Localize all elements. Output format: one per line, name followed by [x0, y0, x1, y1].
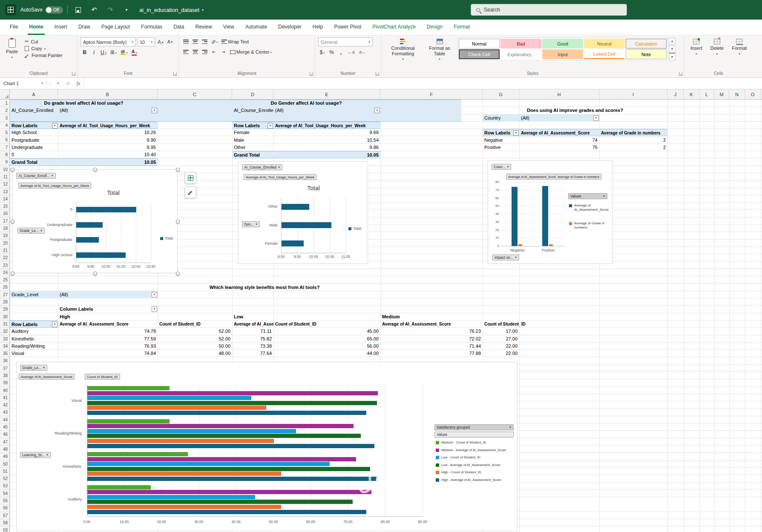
chart-axis-field-button[interactable]: Grade_Le...▼ [17, 228, 45, 234]
ribbon-tab-automate[interactable]: Automate [240, 20, 273, 35]
pivot-learning-value[interactable]: 76.93 [58, 343, 158, 350]
row-header-12[interactable]: 12 [0, 180, 9, 188]
accounting-format-button[interactable]: $▾ [318, 48, 326, 57]
row-header-10[interactable]: 10 [0, 166, 9, 173]
row-header-7[interactable]: 7 [0, 144, 9, 151]
filter-grade-level-label[interactable]: Grade_Level [10, 291, 58, 298]
legend-field-button[interactable]: Satisfactory grouped▼ [434, 424, 514, 430]
pivot-grade-row-value[interactable]: 9.95 [58, 144, 158, 151]
row-header-26[interactable]: 26 [0, 283, 9, 291]
cell-style-note[interactable]: Note [626, 49, 667, 59]
selection-handle[interactable] [11, 168, 14, 172]
pivot-grade-rowlabels[interactable]: Row Labels▼ [10, 122, 58, 129]
selection-handle[interactable] [176, 168, 180, 172]
filter-ai-course-2-value[interactable]: (All)▼ [273, 107, 380, 114]
row-header-27[interactable]: 27 [0, 291, 9, 298]
decrease-indent-button[interactable]: ⇤ [210, 48, 218, 56]
column-header-K[interactable]: K [684, 89, 699, 99]
legend-values-header[interactable]: Values [434, 432, 514, 438]
filter-ai-course-2-label[interactable]: AI_Course_Enrolled [232, 107, 273, 114]
pivot-impact-row-label[interactable]: Positive [483, 144, 519, 151]
column-header-L[interactable]: L [699, 89, 714, 99]
pivot-learning-subheader[interactable]: Count of Student_ID [483, 320, 546, 328]
row-header-52[interactable]: 52 [0, 475, 9, 482]
row-header-11[interactable]: 11 [0, 173, 9, 180]
column-header-A[interactable]: A [10, 89, 58, 99]
font-color-button[interactable]: A▾ [130, 48, 138, 57]
chart-grade-usage[interactable]: AI_Course_Enroll...▼Average of AI_Tool_U… [12, 169, 178, 273]
align-left-button[interactable] [182, 48, 190, 56]
row-header-39[interactable]: 39 [0, 379, 9, 386]
row-header-58[interactable]: 58 [0, 519, 9, 526]
insert-function-button[interactable]: fx [73, 78, 83, 89]
pivot-learning-subheader[interactable]: Average of AI_Assess [232, 320, 273, 328]
row-header-46[interactable]: 46 [0, 431, 9, 438]
row-header-51[interactable]: 51 [0, 468, 9, 475]
row-header-24[interactable]: 24 [0, 269, 9, 276]
pivot-learning-value[interactable]: 77.59 [58, 335, 158, 343]
chart-gender-usage[interactable]: AI_Course_Enrolled▼Average of AI_Tool_Us… [238, 161, 368, 264]
pivot-gender-total-label[interactable]: Grand Total [232, 151, 273, 158]
row-header-40[interactable]: 40 [0, 387, 9, 394]
pivot-grade-row-label[interactable]: Undergraduate [10, 144, 58, 151]
format-cells-button[interactable]: Format▾ [729, 37, 750, 57]
pivot-gender-total-value[interactable]: 10.05 [273, 151, 380, 158]
bold-button[interactable]: B [81, 48, 89, 57]
row-header-21[interactable]: 21 [0, 247, 9, 254]
row-header-53[interactable]: 53 [0, 482, 9, 489]
column-header-N[interactable]: N [729, 89, 745, 99]
pivot-learning-value[interactable]: 74.84 [58, 350, 158, 357]
pivot-gender-row-label[interactable]: Other [232, 144, 273, 151]
wrap-text-button[interactable]: Wrap Text [220, 37, 250, 46]
row-header-6[interactable]: 6 [0, 136, 9, 143]
name-box[interactable]: Chart 1▾ [0, 78, 47, 89]
filter-grade-level-value[interactable]: (All)▼ [58, 291, 158, 298]
styles-dialog-launcher[interactable] [679, 72, 683, 76]
pivot-grade-total-label[interactable]: Grand Total [10, 158, 58, 166]
row-header-59[interactable]: 59 [0, 526, 9, 532]
question-title-2[interactable]: Do Gender affect AI tool usage? [232, 100, 380, 107]
column-header-H[interactable]: H [519, 89, 599, 99]
cancel-button[interactable]: × [53, 78, 63, 89]
select-all-corner[interactable] [0, 89, 10, 99]
question-title-4[interactable]: Which learning style benefits most from … [10, 284, 519, 291]
row-header-54[interactable]: 54 [0, 490, 9, 497]
pivot-learning-row-label[interactable]: Reading/Writing [10, 343, 58, 350]
cell-style-check-cell[interactable]: Check Cell [459, 49, 500, 59]
ribbon-tab-power-pivot[interactable]: Power Pivot [328, 20, 367, 35]
pivot-learning-value[interactable]: 77.88 [380, 350, 483, 357]
chart-filter-button[interactable]: AI_Course_Enrolled▼ [242, 164, 282, 170]
redo-button[interactable]: ↷ [104, 4, 116, 15]
pivot-learning-value[interactable]: 56.00 [273, 343, 380, 350]
row-header-34[interactable]: 34 [0, 343, 9, 350]
merge-center-button[interactable]: Merge & Center▾ [229, 48, 273, 56]
row-header-44[interactable]: 44 [0, 416, 9, 423]
pivot-learning-value[interactable]: 48.00 [158, 350, 232, 357]
column-header-M[interactable]: M [714, 89, 729, 99]
chart-learning-style[interactable]: Grade_Le...▼Average of AI_Assessment_Sco… [16, 362, 518, 531]
pivot-learning-row-label[interactable]: Kinesthetic [10, 335, 58, 343]
ribbon-tab-home[interactable]: Home [23, 20, 49, 35]
ribbon-tab-insert[interactable]: Insert [49, 20, 73, 35]
clipboard-dialog-launcher[interactable] [72, 72, 76, 76]
question-title-3[interactable]: Does using AI improve grades and scores? [483, 107, 667, 114]
cell-style-good[interactable]: Good [542, 39, 583, 49]
pivot-learning-rowlabels[interactable]: Row Labels▼ [10, 320, 58, 328]
row-header-4[interactable]: 4 [0, 122, 9, 129]
gallery-up-button[interactable]: ▲ [669, 37, 676, 45]
ribbon-tab-data[interactable]: Data [168, 20, 190, 35]
ribbon-tab-view[interactable]: View [218, 20, 240, 35]
pivot-learning-subheader[interactable]: Count of Student_ID [273, 320, 380, 328]
align-right-button[interactable] [201, 48, 209, 56]
undo-button[interactable]: ↶ [88, 4, 100, 15]
font-dialog-launcher[interactable] [173, 72, 177, 76]
rowlabels-dropdown-button[interactable]: ▼ [513, 130, 519, 136]
pivot-grade-row-label[interactable]: Postgraduate [10, 137, 58, 144]
pivot-learning-group-high[interactable]: High [58, 313, 109, 320]
filter-country-dropdown-button[interactable]: ▼ [593, 115, 599, 121]
pivot-impact-header-grade[interactable]: Average of Grade in numbers [599, 129, 667, 136]
row-header-8[interactable]: 8 [0, 151, 9, 158]
row-header-32[interactable]: 32 [0, 328, 9, 335]
row-header-20[interactable]: 20 [0, 240, 9, 247]
row-header-22[interactable]: 22 [0, 254, 9, 261]
